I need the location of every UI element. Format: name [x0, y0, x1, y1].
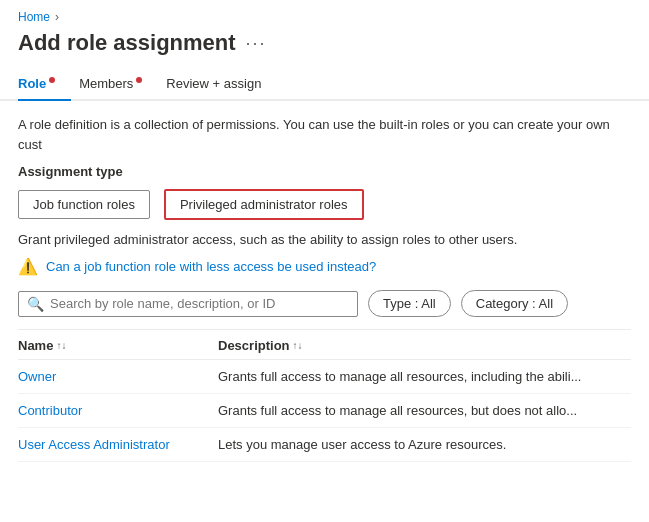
tab-role-dot: [49, 77, 55, 83]
tab-role[interactable]: Role: [18, 68, 71, 99]
role-name-owner[interactable]: Owner: [18, 369, 218, 384]
role-desc-contributor: Grants full access to manage all resourc…: [218, 403, 631, 418]
search-icon: 🔍: [27, 296, 44, 312]
warning-icon: ⚠️: [18, 257, 38, 276]
warning-row: ⚠️ Can a job function role with less acc…: [18, 257, 631, 276]
more-options-icon[interactable]: ···: [246, 33, 267, 54]
role-desc-user-access-admin: Lets you manage user access to Azure res…: [218, 437, 631, 452]
column-name-header: Name ↑↓: [18, 338, 218, 353]
role-name-contributor[interactable]: Contributor: [18, 403, 218, 418]
content-area: A role definition is a collection of per…: [0, 101, 649, 462]
breadcrumb-separator: ›: [55, 10, 59, 24]
tab-members[interactable]: Members: [79, 68, 158, 99]
tab-members-dot: [136, 77, 142, 83]
search-input[interactable]: [50, 296, 349, 311]
table-row: User Access Administrator Lets you manag…: [18, 428, 631, 462]
column-description-header: Description ↑↓: [218, 338, 631, 353]
search-box: 🔍: [18, 291, 358, 317]
page-header: Add role assignment ···: [0, 28, 649, 68]
category-filter-button[interactable]: Category : All: [461, 290, 568, 317]
warning-link[interactable]: Can a job function role with less access…: [46, 259, 376, 274]
search-filter-row: 🔍 Type : All Category : All: [18, 290, 631, 317]
tab-review[interactable]: Review + assign: [166, 68, 277, 99]
role-type-row: Job function roles Privileged administra…: [18, 189, 631, 220]
breadcrumb-home[interactable]: Home: [18, 10, 50, 24]
name-sort-icon[interactable]: ↑↓: [56, 340, 66, 351]
roles-table: Name ↑↓ Description ↑↓ Owner Grants full…: [18, 329, 631, 462]
job-function-roles-button[interactable]: Job function roles: [18, 190, 150, 219]
breadcrumb: Home ›: [0, 0, 649, 28]
desc-sort-icon[interactable]: ↑↓: [293, 340, 303, 351]
role-desc-owner: Grants full access to manage all resourc…: [218, 369, 631, 384]
table-header: Name ↑↓ Description ↑↓: [18, 330, 631, 360]
tabs-row: Role Members Review + assign: [0, 68, 649, 101]
role-name-user-access-admin[interactable]: User Access Administrator: [18, 437, 218, 452]
type-filter-button[interactable]: Type : All: [368, 290, 451, 317]
grant-text: Grant privileged administrator access, s…: [18, 232, 631, 247]
assignment-type-label: Assignment type: [18, 164, 631, 179]
page-title: Add role assignment: [18, 30, 236, 56]
privileged-admin-roles-button[interactable]: Privileged administrator roles: [164, 189, 364, 220]
table-row: Contributor Grants full access to manage…: [18, 394, 631, 428]
description-text: A role definition is a collection of per…: [18, 115, 631, 154]
table-row: Owner Grants full access to manage all r…: [18, 360, 631, 394]
